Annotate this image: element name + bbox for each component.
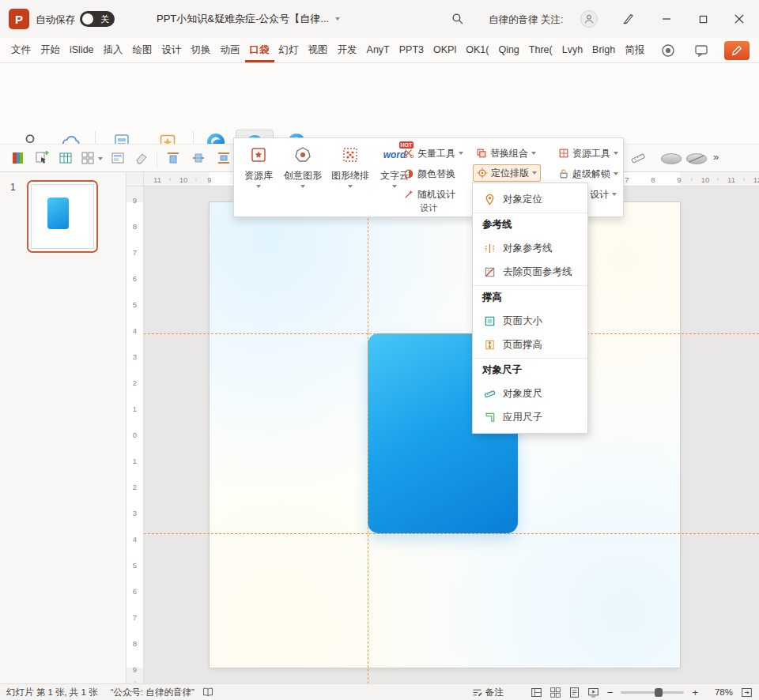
maximize-button[interactable] — [686, 0, 719, 38]
flyout-btn-resource-library[interactable]: 资源库 — [239, 143, 278, 211]
menu-item-apply-ruler[interactable]: 应用尺子 — [473, 405, 587, 429]
fit-window-button[interactable] — [741, 687, 753, 698]
chevron-down-icon — [532, 171, 537, 175]
flyout-item-position-layout[interactable]: 定位排版 — [473, 164, 541, 182]
ribbon-tab-plugin-ppt[interactable]: PPT3 — [395, 38, 429, 62]
ribbon-tab-plugin-anyt[interactable]: AnyT — [362, 38, 395, 62]
menu-item-label: 对象度尺 — [503, 387, 542, 401]
autosave-label: 自动保存 — [36, 13, 75, 27]
spellcheck-icon[interactable] — [202, 687, 213, 698]
ribbon-tab-plugin-qing[interactable]: Qing — [493, 38, 523, 62]
flyout-btn-label: 创意图形 — [284, 169, 322, 183]
ribbon-tab-view[interactable]: 视图 — [304, 38, 333, 62]
ribbon-tab-plugin-jianbao[interactable]: 简报 — [620, 38, 649, 62]
ribbon-tab-animations[interactable]: 动画 — [216, 38, 245, 62]
ribbon-tab-file[interactable]: 文件 — [6, 38, 36, 62]
toolbar-layout-icon[interactable] — [111, 151, 126, 167]
toolbar-grid-icon[interactable] — [81, 151, 96, 167]
format-brush-icon[interactable] — [621, 12, 635, 25]
ribbon-tab-plugin-thre[interactable]: Thre( — [524, 38, 557, 62]
ruler-number: 0 — [133, 431, 137, 439]
flyout-item-random-design[interactable]: 随机设计 — [400, 186, 459, 203]
menu-item-remove-page-guides[interactable]: 去除页面参考线 — [473, 260, 587, 284]
ribbon-tab-pocket[interactable]: 口袋 — [245, 38, 274, 62]
ruler-number: 6 — [133, 274, 137, 283]
menu-header-guides: 参考线 — [473, 213, 587, 236]
page-height-icon — [482, 339, 497, 351]
menu-item-object-guides[interactable]: 对象参考线 — [473, 236, 587, 260]
flyout-item-design[interactable]: 设计 — [587, 186, 620, 203]
zoom-slider[interactable] — [621, 691, 684, 694]
toolbar-paste-icon[interactable] — [35, 151, 51, 167]
flyout-item-replace-group[interactable]: 替换组合 — [473, 145, 539, 162]
menu-item-page-height[interactable]: 页面撑高 — [473, 333, 587, 356]
toolbar-eraser-icon[interactable] — [134, 151, 150, 167]
ribbon-tab-plugin-okpl[interactable]: OKPl — [429, 38, 461, 62]
toolbar-align-top-icon[interactable] — [166, 151, 182, 167]
flyout-item-label: 颜色替换 — [417, 167, 455, 181]
ribbon-tab-islide[interactable]: iSlide — [65, 38, 99, 62]
slide-thumbnail[interactable] — [27, 180, 98, 253]
chevron-down-icon[interactable] — [98, 157, 103, 160]
toolbar-table-icon[interactable] — [59, 151, 74, 167]
zoom-level[interactable]: 78% — [706, 687, 733, 697]
notes-button[interactable]: 备注 — [472, 687, 504, 698]
ribbon-tab-insert[interactable]: 插入 — [99, 38, 128, 62]
toolbar-theme-icon[interactable] — [11, 151, 27, 167]
zoom-in-button[interactable]: + — [692, 687, 698, 698]
replace-group-icon — [476, 148, 487, 159]
view-sorter-button[interactable] — [549, 687, 561, 698]
flyout-item-super-unlock[interactable]: 超级解锁 — [555, 165, 621, 183]
ribbon-tab-design[interactable]: 设计 — [157, 38, 187, 62]
ribbon-tab-transitions[interactable]: 切换 — [187, 38, 216, 62]
vertical-ruler: 9876543210123456789 — [126, 186, 144, 683]
autosave-state: 关 — [100, 13, 109, 24]
shape-style-oval-1[interactable] — [661, 153, 682, 164]
ruler-number: 4 — [133, 535, 137, 544]
flyout-btn-creative-shapes[interactable]: 创意图形 — [280, 143, 326, 211]
guide-horizontal-bottom[interactable] — [144, 533, 759, 534]
view-normal-button[interactable] — [531, 687, 542, 698]
view-reading-button[interactable] — [568, 687, 580, 698]
ribbon-tab-draw[interactable]: 绘图 — [128, 38, 157, 62]
guide-horizontal-top[interactable] — [144, 333, 759, 334]
ribbon-tab-plugin-lvyh[interactable]: Lvyh — [557, 38, 587, 62]
ribbon-tab-plugin-brigh[interactable]: Brigh — [587, 38, 620, 62]
search-icon[interactable] — [451, 12, 464, 25]
document-title[interactable]: PPT小知识&疑难杂症-公众号【自律... — [157, 0, 340, 38]
toolbar-overflow-button[interactable]: » — [713, 151, 719, 163]
ribbon-tab-home[interactable]: 开始 — [36, 38, 65, 62]
toolbar-measure-icon[interactable] — [631, 151, 647, 167]
guide-vertical-left[interactable] — [368, 186, 368, 683]
thumbnail-blue-shape — [47, 198, 69, 229]
avatar[interactable] — [580, 10, 598, 28]
menu-item-page-size[interactable]: 页面大小 — [473, 309, 587, 333]
flyout-item-color-replace[interactable]: 颜色替换 — [400, 165, 459, 183]
flyout-item-resource-tools[interactable]: 资源工具 — [555, 145, 621, 162]
flyout-item-vector-tools[interactable]: 矢量工具 — [400, 145, 466, 162]
minimize-button[interactable] — [650, 0, 683, 38]
share-edit-button[interactable] — [724, 41, 750, 60]
record-icon[interactable] — [661, 43, 675, 58]
autosave-toggle[interactable]: 关 — [80, 11, 115, 27]
flyout-item-label: 随机设计 — [417, 188, 455, 201]
toolbar-align-middle-icon[interactable] — [191, 151, 207, 167]
flyout-btn-label: 资源库 — [244, 169, 273, 183]
user-info: 自律的音律 关注: — [489, 13, 563, 27]
ribbon-tab-developer[interactable]: 开发 — [333, 38, 362, 62]
zoom-slider-knob[interactable] — [655, 688, 663, 697]
menu-item-object-measure[interactable]: 对象度尺 — [473, 382, 587, 405]
toolbar-distribute-icon[interactable] — [217, 151, 232, 167]
ribbon-tab-plugin-ok10[interactable]: OK1( — [461, 38, 493, 62]
comments-icon[interactable] — [694, 43, 708, 58]
ribbon-tab-slideshow[interactable]: 幻灯 — [274, 38, 304, 62]
shape-style-oval-2[interactable] — [686, 153, 707, 164]
powerpoint-logo-icon[interactable]: P — [9, 9, 29, 29]
chevron-down-icon — [392, 185, 397, 188]
menu-item-object-position[interactable]: 对象定位 — [473, 187, 587, 211]
view-slideshow-button[interactable] — [587, 687, 599, 698]
zoom-out-button[interactable]: − — [607, 687, 614, 698]
flyout-btn-shape-wrap[interactable]: 图形绕排 — [327, 143, 373, 211]
slide-canvas-area[interactable] — [144, 186, 759, 683]
close-button[interactable] — [723, 0, 756, 38]
